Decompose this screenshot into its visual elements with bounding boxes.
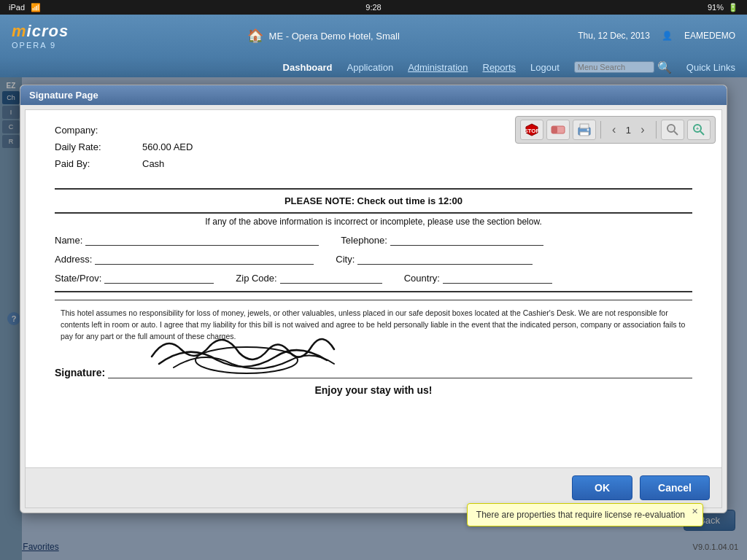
country-line xyxy=(443,272,552,284)
svg-point-10 xyxy=(669,126,673,131)
city-field: City: xyxy=(336,253,533,265)
wifi-icon: 📶 xyxy=(31,3,41,12)
signature-modal: Signature Page STOP xyxy=(20,85,727,513)
cancel-button[interactable]: Cancel xyxy=(640,475,710,500)
name-line xyxy=(85,234,319,246)
svg-rect-5 xyxy=(580,124,589,128)
svg-rect-6 xyxy=(580,132,589,136)
name-label: Name: xyxy=(55,235,82,246)
modal-title: Signature Page xyxy=(29,90,98,101)
main-content: EZ Ch I C R ? Signature Page STOP xyxy=(0,77,747,560)
divider-3 xyxy=(55,291,692,292)
state-zip-country-row: State/Prov: Zip Code: Country: xyxy=(55,272,692,284)
zoom-button[interactable]: + xyxy=(687,120,711,140)
telephone-label: Telephone: xyxy=(341,235,387,246)
logo-micros: micros xyxy=(12,22,69,41)
svg-line-12 xyxy=(700,131,704,135)
paid-by-value: Cash xyxy=(142,158,164,169)
user-icon: 👤 xyxy=(662,31,673,41)
correction-note: If any of the above information is incor… xyxy=(55,217,692,227)
status-bar-left: iPad 📶 xyxy=(9,3,41,12)
svg-point-14 xyxy=(196,347,298,373)
svg-line-9 xyxy=(674,131,678,135)
signature-label: Signature: xyxy=(55,367,105,378)
modal-body: STOP xyxy=(25,109,722,508)
country-label: Country: xyxy=(404,273,440,284)
toast-close-button[interactable]: ✕ xyxy=(692,507,698,516)
search-icon[interactable]: 🔍 xyxy=(657,61,672,74)
divider-2 xyxy=(55,212,692,214)
enjoy-text: Enjoy your stay with us! xyxy=(55,384,692,396)
page-number: 1 xyxy=(626,125,631,136)
paid-by-row: Paid By: Cash xyxy=(55,158,692,169)
address-line xyxy=(95,253,314,265)
svg-rect-3 xyxy=(551,126,557,133)
city-label: City: xyxy=(336,254,355,265)
signature-line xyxy=(108,349,692,378)
hotel-icon: 🏠 xyxy=(247,28,263,44)
address-label: Address: xyxy=(55,254,92,265)
nav-item-application[interactable]: Application xyxy=(347,62,394,73)
logo-opera: OPERA 9 xyxy=(12,41,69,50)
current-page: 1 xyxy=(626,125,631,136)
name-field: Name: xyxy=(55,234,319,246)
signature-area: Signature: Enjoy y xyxy=(55,349,692,396)
toast-message: There are properties that require licens… xyxy=(476,510,685,520)
address-city-row: Address: City: xyxy=(55,253,692,265)
ok-button[interactable]: OK xyxy=(572,475,632,500)
prev-page-button[interactable]: ‹ xyxy=(605,121,623,139)
status-bar-right: 91% 🔋 xyxy=(708,3,738,12)
svg-point-7 xyxy=(587,129,589,131)
battery-label: 91% xyxy=(708,3,724,12)
state-label: State/Prov: xyxy=(55,273,101,284)
menu-search-input[interactable] xyxy=(574,61,654,73)
print-button[interactable] xyxy=(573,120,596,140)
nav-item-dashboard[interactable]: Dashboard xyxy=(283,62,333,73)
state-field: State/Prov: xyxy=(55,272,214,284)
toolbar-separator-2 xyxy=(656,121,657,139)
company-label: Company: xyxy=(55,125,142,136)
header-right: Thu, 12 Dec, 2013 👤 EAMEDEMO xyxy=(578,31,735,41)
signature-row: Signature: xyxy=(55,349,692,378)
modal-footer: OK Cancel xyxy=(26,467,721,508)
eraser-button[interactable] xyxy=(546,120,570,140)
daily-rate-value: 560.00 AED xyxy=(142,141,193,152)
header-user: EAMEDEMO xyxy=(684,31,735,41)
battery-icon: 🔋 xyxy=(728,3,738,12)
status-bar-time: 9:28 xyxy=(365,3,381,12)
zip-line xyxy=(280,272,382,284)
daily-rate-label: Daily Rate: xyxy=(55,141,142,152)
svg-text:STOP: STOP xyxy=(525,128,539,134)
nav-bar: Dashboard Application Administration Rep… xyxy=(0,57,747,77)
logo-area: micros OPERA 9 xyxy=(12,22,69,50)
header-center: 🏠 ME - Opera Demo Hotel, Small xyxy=(247,28,400,44)
divider-1 xyxy=(55,188,692,190)
state-line xyxy=(104,272,214,284)
divider-4 xyxy=(55,300,692,300)
modal-title-bar: Signature Page xyxy=(20,85,727,105)
name-telephone-row: Name: Telephone: xyxy=(55,234,692,246)
next-page-button[interactable]: › xyxy=(634,121,651,139)
telephone-field: Telephone: xyxy=(341,234,543,246)
nav-item-logout[interactable]: Logout xyxy=(530,62,560,73)
header-date: Thu, 12 Dec, 2013 xyxy=(578,31,650,41)
device-label: iPad xyxy=(9,3,25,12)
stop-button[interactable]: STOP xyxy=(520,120,543,140)
modal-overlay: Signature Page STOP xyxy=(0,77,747,560)
menu-search-area: 🔍 xyxy=(574,61,672,74)
find-button[interactable] xyxy=(661,120,684,140)
nav-item-administration[interactable]: Administration xyxy=(408,62,468,73)
checkout-notice: PLEASE NOTE: Check out time is 12:00 xyxy=(55,195,692,206)
nav-item-reports[interactable]: Reports xyxy=(483,62,516,73)
country-field: Country: xyxy=(404,272,552,284)
signature-drawing xyxy=(144,327,349,378)
toast-notification: There are properties that require licens… xyxy=(467,503,703,526)
address-field: Address: xyxy=(55,253,314,265)
city-line xyxy=(357,253,533,265)
paid-by-label: Paid By: xyxy=(55,158,142,169)
telephone-line xyxy=(390,234,543,246)
hotel-name: ME - Opera Demo Hotel, Small xyxy=(269,31,400,42)
zip-field: Zip Code: xyxy=(236,272,382,284)
quick-links[interactable]: Quick Links xyxy=(686,62,735,73)
doc-content: Company: Daily Rate: 560.00 AED Paid By:… xyxy=(26,110,721,467)
